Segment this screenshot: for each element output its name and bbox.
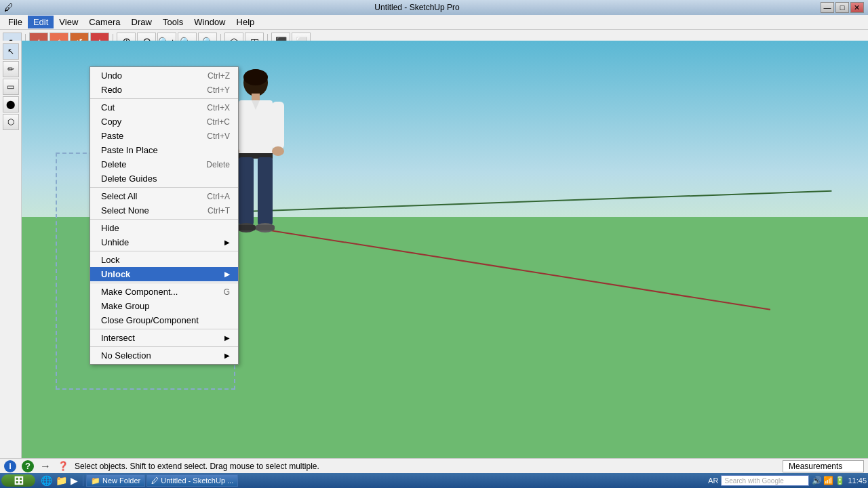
menu-item-unlock[interactable]: Unlock ▶: [90, 267, 238, 281]
menu-item-intersect[interactable]: Intersect ▶: [90, 331, 238, 345]
taskbar-folder-btn[interactable]: 📁 New Folder: [86, 474, 145, 487]
menu-item-no-selection[interactable]: No Selection ▶: [90, 348, 238, 363]
menu-item-make-group[interactable]: Make Group: [90, 299, 238, 313]
menu-item-hide[interactable]: Hide: [90, 221, 238, 235]
left-tool-3[interactable]: ▭: [3, 79, 19, 95]
left-tool-2[interactable]: ✏: [3, 61, 19, 77]
delete-guides-label: Delete Guides: [101, 174, 157, 184]
unhide-arrow: ▶: [224, 239, 230, 246]
system-tray: 🔊 📶 🔋: [812, 476, 845, 485]
paste-shortcut: Ctrl+V: [207, 131, 230, 141]
menu-item-undo[interactable]: Undo Ctrl+Z: [90, 68, 238, 83]
menu-item-delete-guides[interactable]: Delete Guides: [90, 171, 238, 186]
taskbar-icon-3[interactable]: ▶: [66, 474, 80, 487]
svg-rect-11: [258, 157, 273, 225]
tray-icon-1[interactable]: 🔊: [812, 476, 822, 485]
status-icon-check[interactable]: ?: [22, 460, 34, 472]
menu-file[interactable]: File: [3, 16, 28, 28]
close-group-label: Close Group/Component: [101, 315, 199, 325]
menu-item-delete[interactable]: Delete Delete: [90, 157, 238, 171]
no-selection-arrow: ▶: [224, 352, 230, 359]
menu-draw[interactable]: Draw: [126, 16, 157, 28]
svg-point-8: [272, 146, 284, 156]
menu-item-cut[interactable]: Cut Ctrl+X: [90, 100, 238, 115]
app-icon: 🖊: [4, 2, 14, 13]
taskbar-sketchup-btn[interactable]: 🖊 Untitled - SketchUp ...: [146, 474, 238, 487]
canvas-area[interactable]: Undo Ctrl+Z Redo Ctrl+Y Cut Ctrl+X Copy …: [22, 41, 868, 461]
undo-shortcut: Ctrl+Z: [208, 71, 230, 81]
select-none-shortcut: Ctrl+T: [208, 206, 230, 216]
left-tool-select[interactable]: ↖: [3, 43, 19, 60]
taskbar-language: AR: [708, 476, 718, 485]
select-all-label: Select All: [101, 191, 137, 201]
sketchup-icon: 🖊: [151, 476, 159, 485]
separator-5: [90, 283, 238, 283]
menu-bar: File Edit View Camera Draw Tools Window …: [0, 15, 868, 30]
menu-item-lock[interactable]: Lock: [90, 253, 238, 267]
left-tool-5[interactable]: ⬡: [3, 114, 19, 130]
svg-point-1: [243, 69, 268, 85]
tray-icon-2[interactable]: 📶: [823, 476, 833, 485]
copy-shortcut: Ctrl+C: [207, 117, 230, 127]
taskbar-icon-1[interactable]: 🌐: [37, 474, 50, 487]
menu-camera[interactable]: Camera: [83, 16, 125, 28]
menu-tools[interactable]: Tools: [157, 16, 189, 28]
close-button[interactable]: ✕: [850, 2, 864, 13]
menu-item-unhide[interactable]: Unhide ▶: [90, 235, 238, 249]
status-icon-info[interactable]: i: [4, 460, 16, 472]
status-bar: i ? → ❓ Select objects. Shift to extend …: [0, 458, 868, 473]
undo-label: Undo: [101, 70, 122, 81]
menu-item-select-all[interactable]: Select All Ctrl+A: [90, 189, 238, 203]
svg-rect-15: [256, 225, 275, 230]
separator-2: [90, 187, 238, 188]
select-all-shortcut: Ctrl+A: [207, 192, 230, 201]
taskbar-separator-1: [83, 475, 83, 486]
menu-item-close-group[interactable]: Close Group/Component: [90, 313, 238, 327]
menu-item-make-component[interactable]: Make Component... G: [90, 285, 238, 299]
separator-1: [90, 98, 238, 99]
measurements-label: Measurements: [789, 462, 842, 471]
minimize-button[interactable]: —: [821, 2, 834, 13]
left-toolbar: ↖ ✏ ▭ ⬤ ⬡: [0, 41, 22, 474]
menu-item-redo[interactable]: Redo Ctrl+Y: [90, 83, 238, 97]
menu-item-paste[interactable]: Paste Ctrl+V: [90, 129, 238, 143]
copy-label: Copy: [101, 117, 121, 127]
cut-label: Cut: [101, 102, 115, 113]
status-icon-arrow[interactable]: →: [39, 460, 52, 472]
svg-rect-6: [272, 102, 284, 149]
cut-shortcut: Ctrl+X: [207, 103, 230, 113]
separator-3: [90, 219, 238, 220]
window-title: Untitled - SketchUp Pro: [374, 3, 459, 12]
redo-shortcut: Ctrl+Y: [207, 85, 230, 95]
lock-label: Lock: [101, 255, 119, 265]
status-icon-question[interactable]: ❓: [57, 460, 69, 472]
search-input[interactable]: Search with Google: [724, 477, 783, 485]
svg-rect-13: [237, 225, 256, 230]
menu-item-paste-in-place[interactable]: Paste In Place: [90, 143, 238, 157]
paste-label: Paste: [101, 131, 123, 141]
taskbar-right-area: AR Search with Google 🔊 📶 🔋 11:45: [708, 475, 867, 486]
status-message: Select objects. Shift to extend select. …: [75, 462, 777, 471]
menu-view[interactable]: View: [54, 16, 83, 28]
menu-edit[interactable]: Edit: [28, 16, 54, 28]
tray-icon-3[interactable]: 🔋: [835, 476, 845, 485]
svg-rect-10: [239, 157, 254, 225]
taskbar-icon-2[interactable]: 📁: [52, 474, 65, 487]
menu-item-copy[interactable]: Copy Ctrl+C: [90, 115, 238, 129]
make-group-label: Make Group: [101, 301, 150, 311]
menu-item-select-none[interactable]: Select None Ctrl+T: [90, 203, 238, 218]
separator-4: [90, 251, 238, 251]
unlock-arrow: ▶: [224, 270, 230, 278]
sketchup-title: Untitled - SketchUp ...: [161, 476, 233, 485]
title-bar: 🖊 Untitled - SketchUp Pro — □ ✕: [0, 0, 868, 15]
menu-window[interactable]: Window: [189, 16, 231, 28]
left-tool-4[interactable]: ⬤: [3, 96, 19, 113]
menu-help[interactable]: Help: [231, 16, 260, 28]
make-component-label: Make Component...: [101, 287, 178, 297]
hide-label: Hide: [101, 223, 119, 233]
separator-6: [90, 329, 238, 329]
maximize-button[interactable]: □: [835, 2, 849, 13]
windows-taskbar: ⊞ 🌐 📁 ▶ 📁 New Folder 🖊 Untitled - Sketch…: [0, 473, 868, 488]
taskbar-time: 11:45: [848, 476, 867, 485]
start-button[interactable]: ⊞: [1, 474, 35, 487]
